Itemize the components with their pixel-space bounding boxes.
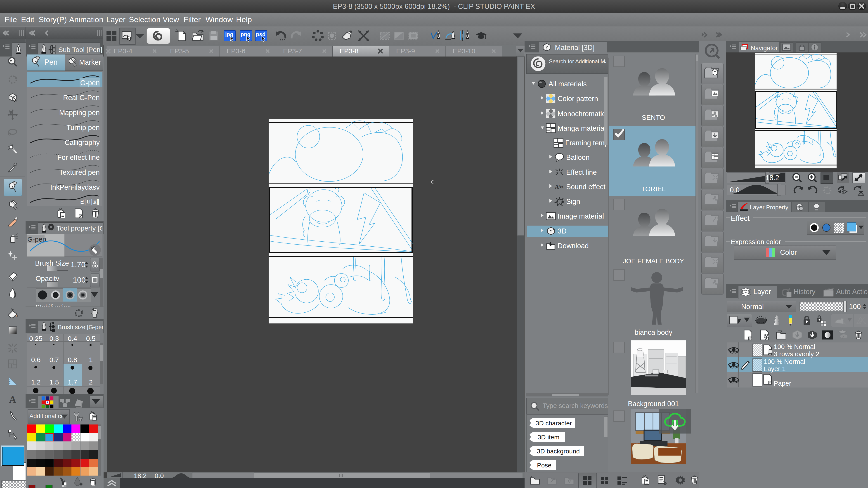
svg-text:A: A [9, 394, 16, 405]
svg-text:A: A [561, 185, 563, 189]
